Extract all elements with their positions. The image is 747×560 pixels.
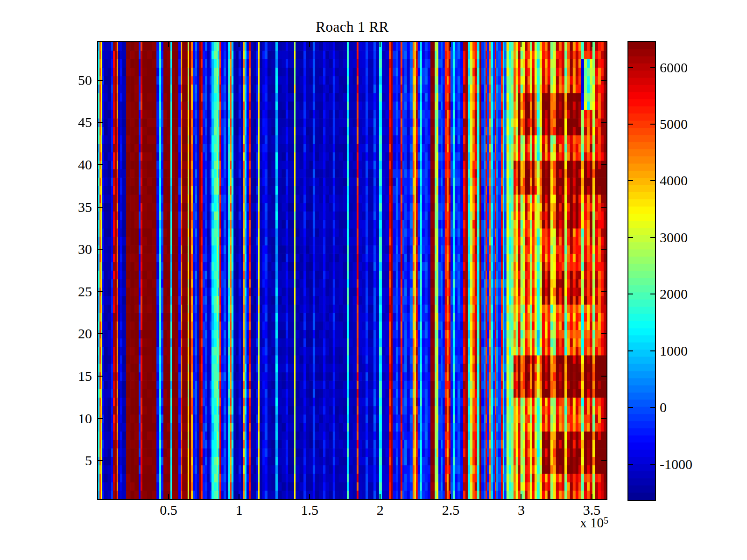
colorbar-tick-label: 6000 bbox=[660, 61, 688, 75]
colorbar-tick-mark-right bbox=[650, 180, 655, 181]
y-tick-label: 50 bbox=[45, 73, 92, 87]
y-tick-mark-right bbox=[601, 333, 606, 334]
colorbar-tick-mark bbox=[628, 124, 633, 125]
y-tick-mark bbox=[98, 376, 103, 377]
colorbar-tick-mark-right bbox=[650, 124, 655, 125]
colorbar-tick-label: -1000 bbox=[660, 457, 692, 471]
colorbar-tick-mark bbox=[628, 464, 633, 465]
x-tick-mark-top bbox=[168, 42, 169, 47]
colorbar-tick-mark bbox=[628, 180, 633, 181]
y-tick-mark-right bbox=[601, 418, 606, 419]
x-tick-label: 2.5 bbox=[430, 503, 472, 517]
y-tick-label: 25 bbox=[45, 285, 92, 299]
y-tick-label: 10 bbox=[45, 412, 92, 426]
colorbar-tick-mark-right bbox=[650, 294, 655, 294]
colorbar-tick-label: 5000 bbox=[660, 117, 688, 131]
y-tick-mark bbox=[98, 333, 103, 334]
x-tick-mark bbox=[380, 494, 381, 499]
y-tick-label: 30 bbox=[45, 242, 92, 256]
y-tick-mark-right bbox=[601, 460, 606, 461]
y-tick-mark-right bbox=[601, 376, 606, 377]
y-tick-label: 20 bbox=[45, 327, 92, 341]
heatmap-canvas bbox=[98, 42, 606, 499]
y-tick-mark-right bbox=[601, 122, 606, 123]
colorbar-tick-label: 3000 bbox=[660, 231, 688, 245]
x-tick-mark bbox=[168, 494, 169, 499]
x-tick-mark-top bbox=[239, 42, 240, 47]
plot-area bbox=[97, 41, 607, 500]
x-tick-mark bbox=[450, 494, 451, 499]
colorbar-tick-label: 1000 bbox=[660, 344, 688, 358]
colorbar-tick-mark-right bbox=[650, 237, 655, 238]
colorbar-tick-mark-right bbox=[650, 350, 655, 351]
x-tick-label: 0.5 bbox=[148, 503, 190, 517]
x-tick-label: 3.5 bbox=[571, 503, 613, 517]
x-tick-mark bbox=[309, 494, 310, 499]
y-tick-mark bbox=[98, 80, 103, 81]
x-tick-mark-top bbox=[309, 42, 310, 47]
colorbar-tick-mark-right bbox=[650, 67, 655, 68]
y-tick-mark bbox=[98, 460, 103, 461]
colorbar-tick-mark bbox=[628, 67, 633, 68]
y-tick-mark-right bbox=[601, 291, 606, 292]
colorbar-tick-mark bbox=[628, 237, 633, 238]
y-tick-mark bbox=[98, 207, 103, 208]
colorbar-tick-mark-right bbox=[650, 407, 655, 408]
y-tick-label: 35 bbox=[45, 200, 92, 214]
y-tick-mark bbox=[98, 122, 103, 123]
chart-title: Roach 1 RR bbox=[98, 19, 606, 35]
y-tick-label: 45 bbox=[45, 115, 92, 129]
x-tick-label: 2 bbox=[359, 503, 401, 517]
y-tick-mark-right bbox=[601, 207, 606, 208]
colorbar-tick-mark bbox=[628, 407, 633, 408]
x-tick-mark-top bbox=[521, 42, 521, 47]
colorbar-tick-mark-right bbox=[650, 464, 655, 465]
x-tick-mark bbox=[592, 494, 592, 499]
colorbar-tick-label: 2000 bbox=[660, 287, 688, 301]
y-tick-mark-right bbox=[601, 249, 606, 250]
colorbar-tick-label: 0 bbox=[660, 400, 667, 414]
x-tick-mark-top bbox=[592, 42, 592, 47]
y-tick-mark-right bbox=[601, 164, 606, 165]
y-tick-mark bbox=[98, 249, 103, 250]
y-tick-label: 40 bbox=[45, 158, 92, 172]
x-tick-label: 1 bbox=[218, 503, 260, 517]
y-tick-label: 15 bbox=[45, 369, 92, 383]
y-tick-mark bbox=[98, 291, 103, 292]
x-tick-label: 3 bbox=[500, 503, 542, 517]
x-tick-mark-top bbox=[450, 42, 451, 47]
x-tick-mark bbox=[521, 494, 521, 499]
colorbar-tick-mark bbox=[628, 294, 633, 294]
y-tick-mark bbox=[98, 418, 103, 419]
colorbar-canvas bbox=[628, 42, 655, 500]
y-tick-mark-right bbox=[601, 80, 606, 81]
colorbar bbox=[627, 41, 656, 501]
figure-window: Roach 1 RR x 105 0.511.522.533.551015202… bbox=[0, 0, 747, 560]
x-tick-mark bbox=[239, 494, 240, 499]
y-tick-mark bbox=[98, 164, 103, 165]
x-tick-mark-top bbox=[380, 42, 381, 47]
y-tick-label: 5 bbox=[45, 454, 92, 468]
x-tick-label: 1.5 bbox=[289, 503, 331, 517]
colorbar-tick-label: 4000 bbox=[660, 174, 688, 188]
colorbar-tick-mark bbox=[628, 350, 633, 351]
